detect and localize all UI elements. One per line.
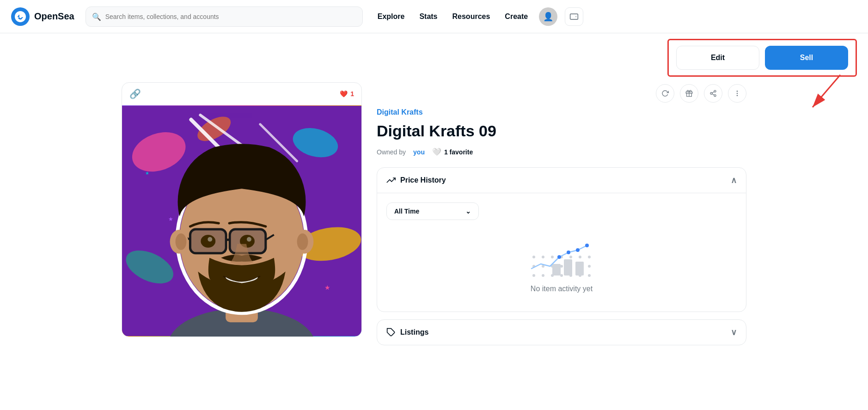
svg-point-70 <box>567 251 570 254</box>
svg-point-43 <box>737 93 738 94</box>
favorite-area[interactable]: ❤️ 1 <box>340 90 354 98</box>
owner-link[interactable]: you <box>413 148 425 156</box>
wallet-icon-button[interactable] <box>565 7 583 26</box>
share-icon <box>709 90 717 97</box>
heart-icon: 🤍 <box>432 147 441 156</box>
chain-link-icon: 🔗 <box>129 88 141 99</box>
svg-point-42 <box>737 91 738 92</box>
share-button[interactable] <box>704 84 722 103</box>
price-history-icon <box>386 176 396 185</box>
price-history-header-left: Price History <box>386 176 446 185</box>
svg-point-39 <box>714 95 716 97</box>
right-panel: Digital Krafts Digital Krafts 09 Owned b… <box>377 82 746 353</box>
svg-text:★: ★ <box>324 284 330 291</box>
svg-point-34 <box>297 233 308 250</box>
nav-stats[interactable]: Stats <box>419 12 437 21</box>
no-activity-container: No item activity yet <box>386 229 737 302</box>
svg-point-59 <box>532 256 535 258</box>
svg-rect-67 <box>564 259 572 275</box>
navbar-actions: 👤 <box>539 7 583 26</box>
collection-link[interactable]: Digital Krafts <box>377 108 746 116</box>
svg-point-69 <box>557 255 561 259</box>
price-history-section: Price History ∧ All Time ⌄ <box>377 167 746 312</box>
svg-point-61 <box>551 256 554 258</box>
listings-icon <box>386 328 396 337</box>
svg-point-65 <box>588 256 591 258</box>
annotation-arrow <box>803 70 859 126</box>
svg-point-63 <box>569 256 572 258</box>
gift-icon <box>685 90 693 97</box>
svg-point-38 <box>710 92 712 94</box>
price-history-header[interactable]: Price History ∧ <box>377 168 746 193</box>
svg-point-72 <box>585 244 589 247</box>
refresh-button[interactable] <box>656 84 674 103</box>
svg-point-27 <box>201 235 215 248</box>
like-count: 1 <box>350 90 354 98</box>
no-activity-chart <box>525 239 599 285</box>
heart-icon: ❤️ <box>340 90 348 98</box>
search-input[interactable] <box>86 6 363 27</box>
listings-header-left: Listings <box>386 328 428 337</box>
more-options-button[interactable] <box>728 84 746 103</box>
left-panel: 🔗 ❤️ 1 ★ ★ <box>122 82 362 353</box>
avatar[interactable]: 👤 <box>539 7 557 26</box>
ownership-row: Owned by you 🤍 1 favorite <box>377 147 746 156</box>
listings-title: Listings <box>400 328 428 337</box>
nav-resources[interactable]: Resources <box>452 12 490 21</box>
favorites-label: 1 favorite <box>444 148 473 156</box>
action-bar: Edit Sell <box>667 39 857 77</box>
gift-button[interactable] <box>680 84 698 103</box>
sell-button[interactable]: Sell <box>765 46 848 70</box>
dropdown-chevron-icon: ⌄ <box>465 208 471 215</box>
svg-text:★: ★ <box>168 216 173 222</box>
svg-line-2 <box>813 75 840 107</box>
price-history-title: Price History <box>400 176 446 184</box>
svg-point-58 <box>588 265 591 268</box>
nft-actions-row <box>377 84 746 103</box>
price-history-body: All Time ⌄ <box>377 193 746 312</box>
wallet-icon <box>569 12 579 21</box>
svg-point-64 <box>579 256 581 258</box>
svg-point-45 <box>532 274 535 277</box>
svg-point-60 <box>542 256 544 258</box>
listings-header[interactable]: Listings ∨ <box>377 320 746 345</box>
main-content: 🔗 ❤️ 1 ★ ★ <box>110 82 758 353</box>
nft-card: 🔗 ❤️ 1 ★ ★ <box>122 82 362 337</box>
time-filter-dropdown[interactable]: All Time ⌄ <box>386 202 479 220</box>
opensea-boat-icon <box>15 11 26 22</box>
logo-icon <box>11 7 30 26</box>
svg-point-71 <box>576 248 580 252</box>
svg-line-41 <box>712 92 715 93</box>
price-history-chevron: ∧ <box>731 175 737 185</box>
svg-point-30 <box>247 237 251 242</box>
main-nav: Explore Stats Resources Create <box>378 12 528 21</box>
svg-point-51 <box>588 274 591 277</box>
search-bar: 🔍 <box>86 6 363 27</box>
nft-artwork: ★ ★ ★ ★ <box>122 105 361 337</box>
edit-button[interactable]: Edit <box>676 46 759 70</box>
navbar: OpenSea 🔍 Explore Stats Resources Create… <box>0 0 868 33</box>
more-icon <box>734 90 741 97</box>
refresh-icon <box>661 90 669 97</box>
favorites-count: 🤍 1 favorite <box>432 147 473 156</box>
svg-rect-0 <box>570 14 578 19</box>
svg-line-40 <box>712 94 715 95</box>
svg-rect-68 <box>575 262 584 275</box>
search-icon: 🔍 <box>92 12 101 21</box>
nav-create[interactable]: Create <box>505 12 528 21</box>
nft-title: Digital Krafts 09 <box>377 122 746 140</box>
svg-point-32 <box>176 233 187 250</box>
listings-chevron: ∨ <box>731 327 737 337</box>
nft-image: ★ ★ ★ ★ <box>122 105 361 337</box>
brand-name: OpenSea <box>34 11 74 22</box>
logo-link[interactable]: OpenSea <box>11 7 74 26</box>
svg-rect-66 <box>552 264 561 275</box>
no-activity-text: No item activity yet <box>531 285 593 293</box>
time-filter-label: All Time <box>394 208 419 215</box>
nav-explore[interactable]: Explore <box>378 12 405 21</box>
listings-section: Listings ∨ <box>377 319 746 345</box>
svg-point-44 <box>737 95 738 96</box>
svg-point-37 <box>714 90 716 92</box>
svg-point-29 <box>208 237 212 242</box>
svg-point-46 <box>542 274 544 277</box>
